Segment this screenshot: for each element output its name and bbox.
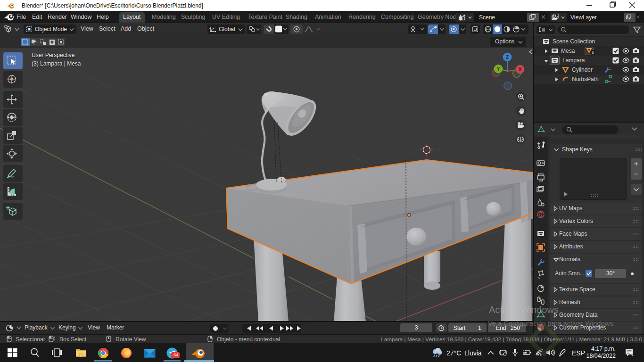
svg-text:Z: Z — [506, 55, 509, 60]
svg-text:Y: Y — [497, 66, 500, 72]
svg-text:X: X — [519, 67, 522, 72]
